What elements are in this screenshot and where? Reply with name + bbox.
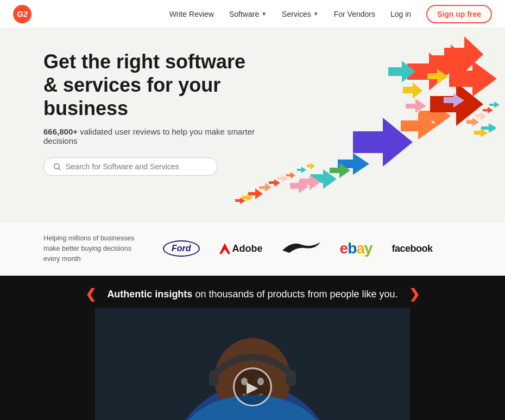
adobe-logo: Adobe [219, 243, 263, 254]
video-placeholder: ▶ [95, 308, 410, 420]
svg-marker-20 [286, 172, 295, 179]
services-caret-icon: ▼ [313, 11, 319, 17]
svg-marker-32 [474, 129, 488, 137]
nav-login[interactable]: Log in [390, 10, 411, 18]
svg-marker-24 [475, 112, 487, 120]
prev-button[interactable]: ❮ [85, 287, 96, 302]
svg-marker-19 [277, 175, 288, 182]
nav-for-vendors[interactable]: For Vendors [334, 10, 375, 18]
ebay-logo: ebay [340, 240, 373, 257]
trust-bar: Helping millions of businesses make bett… [0, 221, 505, 276]
main-nav: Write Review Software ▼ Services ▼ For V… [169, 5, 492, 23]
svg-marker-5 [388, 61, 415, 82]
svg-marker-9 [419, 104, 451, 128]
svg-marker-4 [444, 36, 483, 72]
video-section: ❮ Authentic insights on thousands of pro… [0, 276, 505, 420]
svg-line-1 [59, 168, 60, 170]
svg-marker-33 [242, 194, 253, 201]
svg-marker-25 [483, 107, 493, 113]
svg-marker-30 [406, 99, 426, 113]
facebook-logo: facebook [392, 243, 432, 254]
svg-marker-6 [403, 82, 422, 99]
nav-write-review[interactable]: Write Review [169, 10, 214, 18]
svg-marker-13 [300, 175, 320, 190]
svg-marker-29 [444, 93, 464, 107]
play-button[interactable]: ▶ [233, 367, 272, 406]
signup-button[interactable]: Sign up free [426, 5, 492, 23]
svg-marker-15 [330, 163, 350, 178]
svg-marker-27 [449, 61, 497, 97]
nike-logo [282, 239, 320, 258]
svg-marker-11 [338, 153, 369, 175]
svg-marker-2 [407, 53, 451, 91]
svg-rect-40 [209, 371, 219, 386]
svg-rect-41 [286, 371, 296, 386]
svg-marker-14 [290, 180, 308, 193]
ford-logo: Ford [163, 240, 200, 257]
search-input[interactable] [66, 162, 208, 171]
trust-text: Helping millions of businesses make bett… [43, 233, 141, 264]
hero-section: Get the right software & services for yo… [0, 28, 505, 221]
svg-marker-16 [248, 188, 263, 199]
svg-marker-22 [307, 163, 315, 169]
hero-content: Get the right software & services for yo… [43, 50, 272, 176]
svg-marker-12 [311, 169, 337, 189]
svg-marker-26 [489, 101, 500, 108]
hero-title: Get the right software & services for yo… [43, 50, 272, 120]
search-icon [53, 162, 61, 171]
hero-subtitle: 666,800+ validated user reviews to help … [43, 127, 272, 145]
svg-marker-8 [401, 112, 437, 139]
next-button[interactable]: ❯ [409, 287, 420, 302]
nav-software[interactable]: Software ▼ [229, 10, 267, 18]
software-caret-icon: ▼ [261, 11, 267, 17]
svg-marker-7 [353, 118, 413, 167]
brand-logos: Ford Adobe ebay facebook [163, 239, 462, 258]
svg-marker-31 [481, 123, 497, 133]
search-bar [43, 157, 217, 176]
svg-marker-28 [427, 69, 448, 84]
video-headline: Authentic insights on thousands of produ… [107, 289, 397, 300]
svg-marker-21 [297, 167, 306, 173]
svg-marker-34 [235, 198, 245, 204]
logo[interactable]: G2 [13, 5, 31, 23]
header: G2 Write Review Software ▼ Services ▼ Fo… [0, 0, 505, 28]
svg-marker-18 [269, 179, 280, 187]
video-container: ▶ User in Computer Software Entrust Data… [95, 308, 410, 420]
svg-marker-17 [259, 183, 272, 192]
svg-marker-3 [429, 44, 472, 82]
nav-services[interactable]: Services ▼ [282, 10, 319, 18]
g2-logo: G2 [13, 5, 31, 23]
video-header: ❮ Authentic insights on thousands of pro… [0, 276, 505, 308]
svg-marker-23 [466, 118, 479, 126]
svg-marker-10 [430, 82, 483, 126]
